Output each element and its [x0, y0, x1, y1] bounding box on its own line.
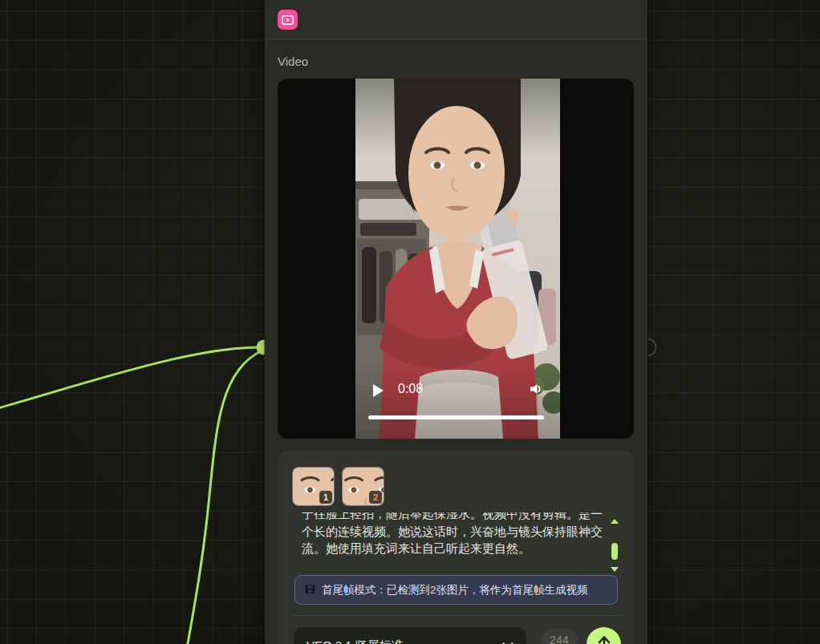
video-node-icon [278, 10, 298, 30]
prompt-textarea[interactable]: 于往脸上轻拍，随后举起保湿水。视频中没有剪辑。是一 个长的连续视频。她说这话时，… [302, 512, 611, 569]
generate-button[interactable] [587, 627, 621, 644]
scroll-up-icon[interactable] [611, 519, 619, 524]
video-frame: 0:08 [355, 79, 560, 439]
model-select-value: VEO 3.1 竖屏标准 [306, 638, 502, 644]
speaker-icon[interactable] [529, 382, 543, 396]
video-section-label: Video [278, 55, 308, 68]
header-divider [265, 38, 647, 39]
frame-thumbnail-1[interactable]: 1 [292, 467, 335, 506]
mode-banner-text: 首尾帧模式：已检测到2张图片，将作为首尾帧生成视频 [322, 583, 588, 597]
controls-shade [355, 367, 560, 439]
frame-number-badge: 2 [369, 491, 382, 504]
prompt-line: 个长的连续视频。她说这话时，兴奋地与镜头保持眼神交 [302, 523, 611, 541]
film-strip-icon: 🎞 [305, 584, 315, 596]
prompt-scrollbar[interactable] [610, 519, 619, 572]
progress-bar[interactable] [368, 415, 544, 419]
node-settings-panel: 1 2 于往脸上轻拍，随后举起保湿水。视频中没有剪辑。是一 个长的连续视频。她说… [278, 451, 634, 644]
node-header [265, 0, 647, 38]
play-icon[interactable] [373, 384, 384, 397]
frame-number-badge: 1 [319, 491, 332, 504]
frame-thumbnail-2[interactable]: 2 [342, 467, 384, 506]
footer-divider [292, 615, 621, 616]
arrow-up-icon [597, 634, 611, 644]
prompt-line: 于往脸上轻拍，随后举起保湿水。视频中没有剪辑。是一 [302, 512, 611, 523]
scrollbar-thumb[interactable] [611, 543, 618, 560]
first-last-frame-mode-banner: 🎞 首尾帧模式：已检测到2张图片，将作为首尾帧生成视频 [294, 575, 618, 605]
current-time: 0:08 [398, 382, 423, 396]
model-select[interactable]: VEO 3.1 竖屏标准 [294, 627, 526, 644]
credits-badge: 244 [541, 629, 578, 644]
scroll-down-icon[interactable] [611, 567, 619, 572]
video-player[interactable]: 0:08 [278, 79, 634, 439]
prompt-line: 流。她使用填充词来让自己听起来更自然。 [302, 540, 611, 557]
video-node[interactable]: Video 0:08 1 [265, 0, 647, 644]
node-editor-canvas[interactable]: Video 0:08 1 [0, 0, 820, 644]
